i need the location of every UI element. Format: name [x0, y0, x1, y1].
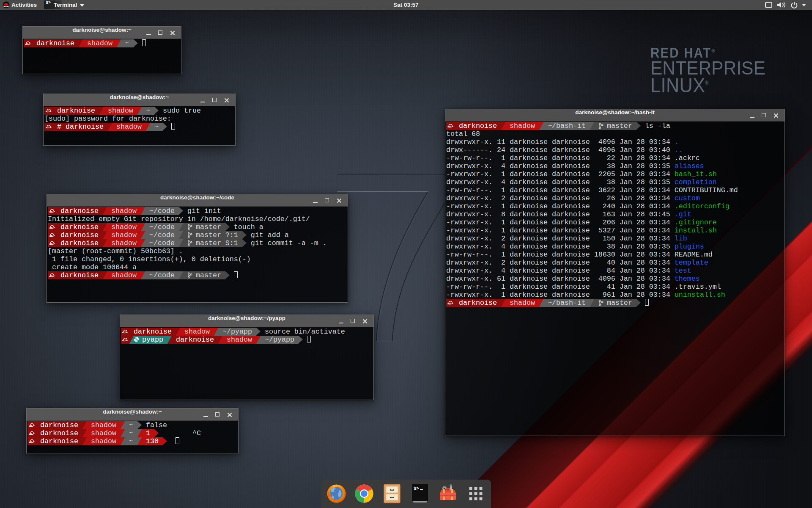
svg-text:$>: $> [414, 486, 420, 491]
